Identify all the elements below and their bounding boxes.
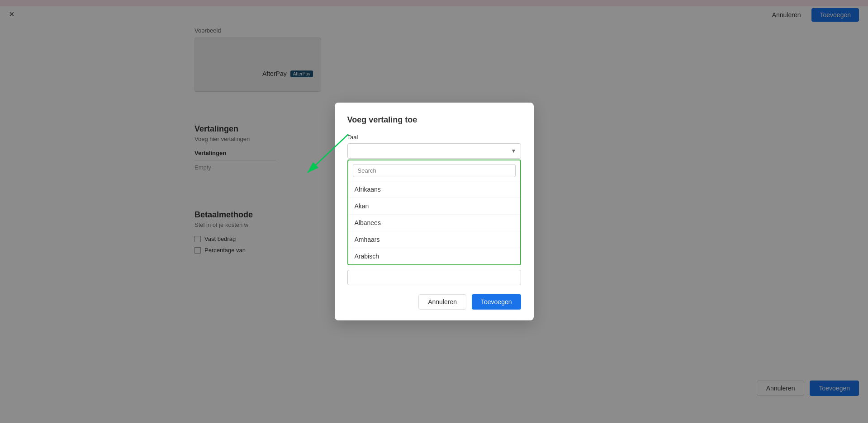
language-dropdown: AfrikaansAkanAlbaneesAmhaarsArabisch [347,160,521,265]
taal-input-wrapper: ▼ [347,143,521,159]
value-input[interactable] [347,270,521,285]
modal-footer: Annuleren Toevoegen [347,294,521,310]
search-input[interactable] [353,164,516,177]
modal-toevoegen-button[interactable]: Toevoegen [472,294,521,310]
svg-line-1 [308,134,348,173]
arrow-annotation [280,130,353,184]
modal-backdrop: Voeg vertaling toe Taal ▼ AfrikaansAkanA… [0,0,868,423]
list-item[interactable]: Akan [348,198,520,215]
list-item[interactable]: Amhaars [348,231,520,248]
modal-dialog: Voeg vertaling toe Taal ▼ AfrikaansAkanA… [335,103,534,320]
dropdown-items-list: AfrikaansAkanAlbaneesAmhaarsArabisch [348,181,520,264]
list-item[interactable]: Albanees [348,215,520,231]
modal-title: Voeg vertaling toe [347,115,521,125]
taal-field-label: Taal [347,134,521,141]
taal-input[interactable] [347,143,521,159]
modal-annuleren-button[interactable]: Annuleren [418,294,466,310]
value-field [347,270,521,285]
search-input-wrapper [348,160,520,181]
list-item[interactable]: Afrikaans [348,181,520,198]
list-item[interactable]: Arabisch [348,248,520,264]
